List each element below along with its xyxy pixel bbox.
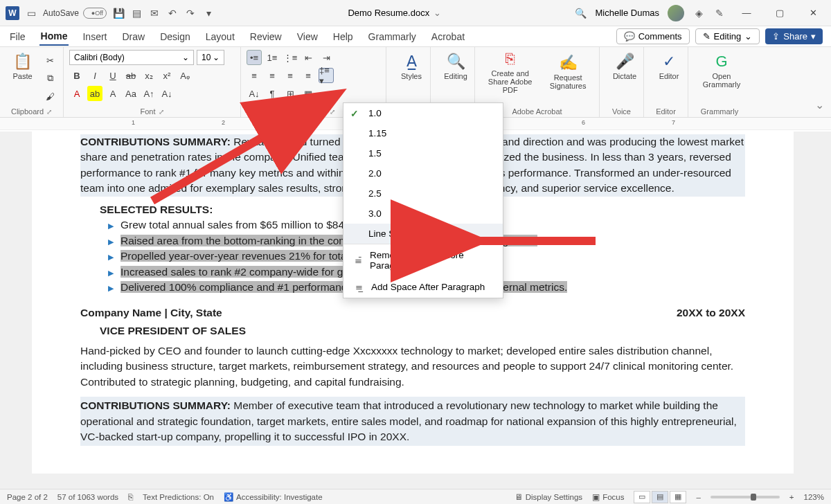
tab-help[interactable]: Help xyxy=(332,28,355,45)
editor-group-label: Editor xyxy=(650,106,682,116)
format-painter-icon[interactable]: 🖌 xyxy=(42,89,57,104)
text-effects-button[interactable]: A xyxy=(105,86,120,101)
line-spacing-menu: 1.0 1.15 1.5 2.0 2.5 3.0 Line Spacing Op… xyxy=(343,102,503,298)
read-mode-button[interactable]: ▭ xyxy=(634,491,650,503)
add-space-icon: ≡̲ xyxy=(353,282,364,292)
create-pdf-button[interactable]: ⎘Create and Share Adobe PDF xyxy=(481,47,539,97)
editing-mode-button[interactable]: ✎Editing⌄ xyxy=(695,28,760,44)
accessibility-check[interactable]: ♿ Accessibility: Investigate xyxy=(224,492,323,502)
align-right-button[interactable]: ≡ xyxy=(283,68,298,83)
web-layout-button[interactable]: ▦ xyxy=(670,491,686,503)
open-grammarly-button[interactable]: GOpen Grammarly xyxy=(694,50,749,91)
tab-file[interactable]: File xyxy=(8,28,27,45)
ls-option-2[interactable]: 2.0 xyxy=(343,163,503,183)
clipboard-label: Clipboard xyxy=(11,107,44,116)
quick-print-icon[interactable]: ▤ xyxy=(130,7,143,19)
diamond-icon[interactable]: ◈ xyxy=(692,7,705,19)
editor-button[interactable]: ✓Editor xyxy=(650,50,688,83)
styles-button[interactable]: A̲Styles xyxy=(392,50,431,83)
find-button[interactable]: 🔍Editing xyxy=(436,50,475,83)
highlight-button[interactable]: ab xyxy=(87,86,102,101)
tab-draw[interactable]: Draw xyxy=(120,28,146,45)
change-case-button[interactable]: Aa xyxy=(123,86,138,101)
italic-button[interactable]: I xyxy=(87,68,102,83)
zoom-level[interactable]: 123% xyxy=(804,493,824,501)
increase-indent-button[interactable]: ⇥ xyxy=(319,50,334,65)
dictate-button[interactable]: 🎤Dictate xyxy=(605,50,644,83)
cut-icon[interactable]: ✂ xyxy=(42,53,57,68)
ls-option-115[interactable]: 1.15 xyxy=(343,123,503,143)
wand-icon[interactable]: ✎ xyxy=(713,7,726,19)
clipboard-launcher-icon[interactable]: ⤢ xyxy=(46,108,52,116)
undo-icon[interactable]: ↶ xyxy=(166,7,179,19)
ls-option-3[interactable]: 3.0 xyxy=(343,204,503,224)
close-button[interactable]: ✕ xyxy=(801,3,825,23)
document-title[interactable]: Demo Resume.docx xyxy=(348,8,429,18)
print-layout-button[interactable]: ▤ xyxy=(652,491,668,503)
tab-design[interactable]: Design xyxy=(159,28,192,45)
user-name[interactable]: Michelle Dumas xyxy=(596,8,659,18)
grammarly-group-label: Grammarly xyxy=(694,106,745,116)
tab-review[interactable]: Review xyxy=(249,28,283,45)
clear-format-button[interactable]: Aᵩ xyxy=(177,68,193,83)
subscript-button[interactable]: x₂ xyxy=(141,68,157,83)
ls-add-after[interactable]: ≡̲Add Space After Paragraph xyxy=(343,276,503,298)
tab-grammarly[interactable]: Grammarly xyxy=(367,28,418,45)
search-icon[interactable]: 🔍 xyxy=(575,7,587,19)
paste-button[interactable]: 📋Paste xyxy=(6,50,39,83)
word-app-icon: W xyxy=(6,6,19,20)
comments-button[interactable]: 💬Comments xyxy=(616,28,690,44)
underline-button[interactable]: U xyxy=(105,68,120,83)
tab-insert[interactable]: Insert xyxy=(81,28,108,45)
page-indicator[interactable]: Page 2 of 2 xyxy=(7,493,48,501)
qat-dropdown-icon[interactable]: ▾ xyxy=(202,7,215,19)
tab-layout[interactable]: Layout xyxy=(204,28,236,45)
request-signatures-button[interactable]: ✍Request Signatures xyxy=(542,51,593,93)
maximize-button[interactable]: ▢ xyxy=(767,3,792,23)
tab-view[interactable]: View xyxy=(296,28,319,45)
zoom-in-button[interactable]: + xyxy=(789,493,794,501)
bold-button[interactable]: B xyxy=(69,68,84,83)
minimize-button[interactable]: — xyxy=(734,3,759,23)
align-center-button[interactable]: ≡ xyxy=(265,68,280,83)
copy-icon[interactable]: ⧉ xyxy=(42,71,57,86)
autosave-label: AutoSave xyxy=(43,8,79,18)
ls-option-1[interactable]: 1.0 xyxy=(343,103,503,123)
focus-mode[interactable]: ▣ Focus xyxy=(592,492,624,502)
justify-button[interactable]: ≡ xyxy=(301,68,316,83)
zoom-slider[interactable] xyxy=(711,496,780,498)
statusbar: Page 2 of 2 57 of 1063 words ⎘ Text Pred… xyxy=(0,489,831,504)
font-color-button[interactable]: A xyxy=(69,86,84,101)
share-button[interactable]: ⇪Share▾ xyxy=(765,28,823,44)
ls-option-15[interactable]: 1.5 xyxy=(343,143,503,163)
tab-home[interactable]: Home xyxy=(39,28,69,46)
line-spacing-button[interactable]: ‡≡ ▾ xyxy=(319,68,334,83)
align-left-button[interactable]: ≡ xyxy=(247,68,262,83)
text-predictions[interactable]: Text Predictions: On xyxy=(143,493,214,501)
ls-option-25[interactable]: 2.5 xyxy=(343,183,503,204)
redo-icon[interactable]: ↷ xyxy=(184,7,197,19)
company-name: Company Name | City, State xyxy=(80,305,222,321)
bullets-button[interactable]: •≡ xyxy=(247,50,262,65)
mail-icon[interactable]: ✉ xyxy=(148,7,161,19)
display-settings[interactable]: 🖥 Display Settings xyxy=(515,493,582,501)
font-size-combo[interactable]: 10⌄ xyxy=(197,50,224,65)
word-count[interactable]: 57 of 1063 words xyxy=(57,493,118,501)
tab-acrobat[interactable]: Acrobat xyxy=(430,28,466,45)
language-icon[interactable]: ⎘ xyxy=(128,493,133,501)
zoom-out-button[interactable]: – xyxy=(696,493,700,501)
remove-space-icon: ≡̄ xyxy=(353,255,363,266)
ribbon-collapse-icon[interactable]: ⌄ xyxy=(815,98,824,111)
strikethrough-button[interactable]: ab xyxy=(123,68,138,83)
save-icon[interactable]: 💾 xyxy=(112,7,125,19)
avatar[interactable] xyxy=(668,5,684,21)
doc-icon[interactable]: ▭ xyxy=(25,7,37,19)
numbering-button[interactable]: 1≡ xyxy=(265,50,280,65)
title-dropdown-icon[interactable]: ⌄ xyxy=(434,8,441,18)
dates: 20XX to 20XX xyxy=(677,305,745,321)
multilevel-button[interactable]: ⋮≡ xyxy=(283,50,298,65)
autosave-toggle[interactable]: AutoSave ●Off xyxy=(43,8,107,19)
decrease-indent-button[interactable]: ⇤ xyxy=(301,50,316,65)
superscript-button[interactable]: x² xyxy=(159,68,175,83)
font-name-combo[interactable]: Calibri (Body)⌄ xyxy=(69,50,194,65)
